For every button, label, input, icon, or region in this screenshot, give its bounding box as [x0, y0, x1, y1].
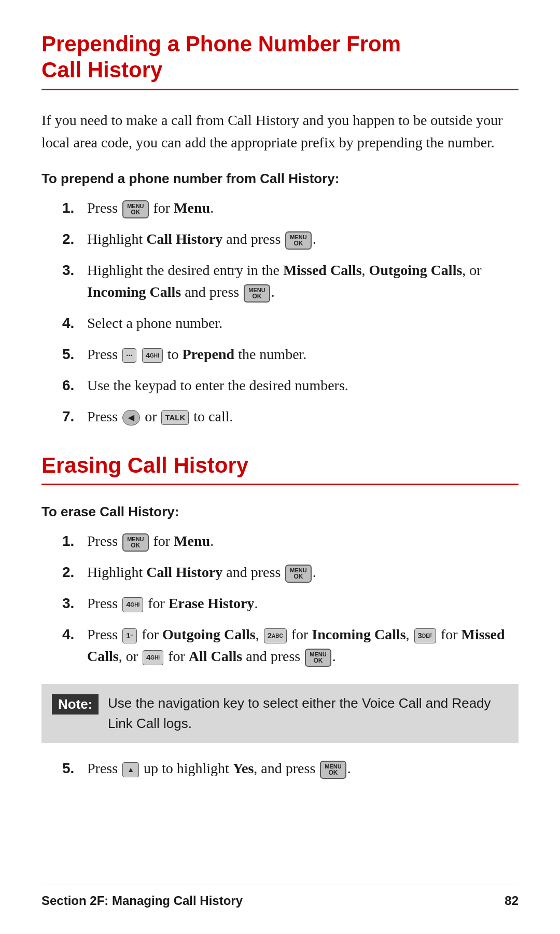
options-button: ···: [122, 348, 136, 363]
step-1-4: Select a phone number.: [62, 312, 519, 334]
step-1-1: Press MENUOK for Menu.: [62, 197, 519, 219]
section-prepending: Prepending a Phone Number From Call Hist…: [41, 31, 519, 428]
footer-page-number: 82: [505, 894, 519, 908]
section-erasing: Erasing Call History To erase Call Histo…: [41, 452, 519, 779]
section1-subheading: To prepend a phone number from Call Hist…: [41, 171, 519, 187]
menu-ok-button-6: MENUOK: [305, 649, 331, 667]
page-footer: Section 2F: Managing Call History 82: [41, 885, 519, 908]
menu-ok-button-1: MENUOK: [122, 200, 148, 218]
menu-ok-button-5: MENUOK: [285, 565, 311, 583]
section1-intro: If you need to make a call from Call His…: [41, 109, 519, 154]
talk-button-1: TALK: [161, 410, 189, 425]
section2-divider: [41, 484, 519, 485]
section1-divider: [41, 89, 519, 90]
note-label: Note:: [52, 694, 99, 715]
menu-ok-button-4: MENUOK: [122, 533, 148, 552]
section2-title: Erasing Call History: [41, 452, 519, 478]
section1-title: Prepending a Phone Number From Call Hist…: [41, 31, 519, 84]
note-box: Note: Use the navigation key to select e…: [41, 684, 519, 743]
4ghi-button-1: 4GHI: [142, 348, 163, 363]
section2-steps: Press MENUOK for Menu. Highlight Call Hi…: [62, 530, 519, 667]
3def-button: 3DEF: [414, 628, 436, 643]
menu-ok-button-3: MENUOK: [244, 284, 270, 303]
footer-section-label: Section 2F: Managing Call History: [41, 894, 243, 908]
step-1-3: Highlight the desired entry in the Misse…: [62, 259, 519, 303]
step-2-1: Press MENUOK for Menu.: [62, 530, 519, 552]
step-1-7: Press ◀ or TALK to call.: [62, 406, 519, 428]
1-button: 1≡: [122, 628, 137, 643]
2abc-button: 2ABC: [264, 628, 287, 643]
section2-steps-continued: Press ▲ up to highlight Yes, and press M…: [62, 758, 519, 779]
step-1-5: Press ··· 4GHI to Prepend the number.: [62, 344, 519, 365]
menu-ok-button-2: MENUOK: [285, 231, 311, 250]
section2-subheading: To erase Call History:: [41, 504, 519, 520]
menu-ok-button-7: MENUOK: [320, 761, 346, 779]
step-2-3: Press 4GHI for Erase History.: [62, 593, 519, 614]
nav-button: ▲: [122, 762, 139, 777]
4ghi-button-2: 4GHI: [122, 597, 143, 612]
step-2-4: Press 1≡ for Outgoing Calls, 2ABC for In…: [62, 624, 519, 667]
4ghi-button-3: 4GHI: [143, 650, 163, 665]
note-text: Use the navigation key to select either …: [108, 693, 508, 734]
step-1-6: Use the keypad to enter the desired numb…: [62, 375, 519, 396]
section1-steps: Press MENUOK for Menu. Highlight Call Hi…: [62, 197, 519, 428]
step-1-2: Highlight Call History and press MENUOK.: [62, 228, 519, 250]
step-2-5: Press ▲ up to highlight Yes, and press M…: [62, 758, 519, 779]
send-button-1: ◀: [122, 410, 140, 426]
step-2-2: Highlight Call History and press MENUOK.: [62, 561, 519, 583]
